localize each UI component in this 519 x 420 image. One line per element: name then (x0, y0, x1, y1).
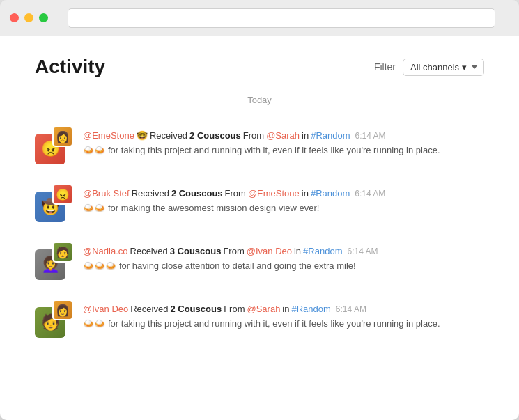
channel-link[interactable]: #Random (291, 302, 330, 316)
list-item: 🧑 👩 @Ivan Deo Received 2 Couscous From @… (35, 290, 484, 348)
page-header: Activity Filter All channels ▾ General R… (35, 56, 484, 78)
sender-link[interactable]: @Sarah (247, 302, 280, 316)
activity-message: 🍛🍛 for taking this project and running w… (83, 145, 484, 155)
sender-link[interactable]: @Sarah (266, 129, 300, 143)
list-item: 🤠 😠 @Bruk Stef Received 2 Couscous From … (35, 174, 484, 232)
activity-body: @Bruk Stef Received 2 Couscous From @Eme… (83, 184, 484, 213)
date-divider: Today (35, 95, 484, 105)
recipient-link[interactable]: @Bruk Stef (83, 187, 130, 201)
avatar-secondary: 🧑 (52, 242, 73, 263)
timestamp: 6:14 AM (355, 187, 385, 200)
avatar-stack: 😠 👩 (35, 126, 73, 164)
activity-message: 🍛🍛 for taking this project and running w… (83, 318, 484, 329)
avatar-secondary: 👩 (52, 300, 73, 320)
activity-line1: @Bruk Stef Received 2 Couscous From @Eme… (83, 187, 484, 201)
avatar-stack: 👩‍🦱 🧑 (35, 242, 73, 280)
timestamp: 6:14 AM (336, 303, 366, 316)
titlebar (0, 0, 519, 36)
activity-message: 🍛🍛🍛 for having close attention to detail… (83, 260, 484, 271)
filter-label: Filter (374, 61, 396, 72)
filter-dropdown[interactable]: All channels ▾ General Random Direct (403, 59, 484, 76)
page-title: Activity (35, 56, 105, 78)
recipient-link[interactable]: @Nadia.co (83, 244, 128, 258)
close-button[interactable] (10, 13, 19, 22)
activity-line1: @Nadia.co Received 3 Couscous From @Ivan… (83, 244, 484, 258)
address-bar[interactable] (68, 8, 495, 28)
activity-list: 😠 👩 @EmeStone 🤓 Received 2 Couscous From… (35, 116, 484, 348)
channel-link[interactable]: #Random (303, 244, 342, 258)
activity-body: @Ivan Deo Received 2 Couscous From @Sara… (83, 300, 484, 329)
activity-line1: @EmeStone 🤓 Received 2 Couscous From @Sa… (83, 129, 484, 143)
date-label: Today (247, 95, 272, 105)
maximize-button[interactable] (39, 13, 48, 22)
activity-message: 🍛🍛 for making the awesomest mission desi… (83, 203, 484, 213)
minimize-button[interactable] (24, 13, 33, 22)
list-item: 😠 👩 @EmeStone 🤓 Received 2 Couscous From… (35, 116, 484, 174)
recipient-link[interactable]: @EmeStone (83, 129, 134, 143)
sender-link[interactable]: @EmeStone (248, 187, 300, 201)
list-item: 👩‍🦱 🧑 @Nadia.co Received 3 Couscous From… (35, 232, 484, 290)
activity-body: @EmeStone 🤓 Received 2 Couscous From @Sa… (83, 126, 484, 155)
main-content: Activity Filter All channels ▾ General R… (0, 36, 519, 420)
avatar-stack: 🧑 👩 (35, 300, 73, 338)
activity-body: @Nadia.co Received 3 Couscous From @Ivan… (83, 242, 484, 271)
sender-link[interactable]: @Ivan Deo (247, 244, 292, 258)
app-window: Activity Filter All channels ▾ General R… (0, 0, 519, 420)
avatar-secondary: 😠 (52, 184, 73, 205)
filter-row: Filter All channels ▾ General Random Dir… (374, 59, 484, 76)
recipient-link[interactable]: @Ivan Deo (83, 302, 128, 316)
channel-link[interactable]: #Random (311, 187, 350, 201)
avatar-secondary: 👩 (52, 126, 73, 147)
avatar-stack: 🤠 😠 (35, 184, 73, 222)
timestamp: 6:14 AM (355, 130, 386, 142)
channel-link[interactable]: #Random (311, 129, 350, 143)
activity-line1: @Ivan Deo Received 2 Couscous From @Sara… (83, 302, 484, 316)
timestamp: 6:14 AM (347, 245, 378, 258)
